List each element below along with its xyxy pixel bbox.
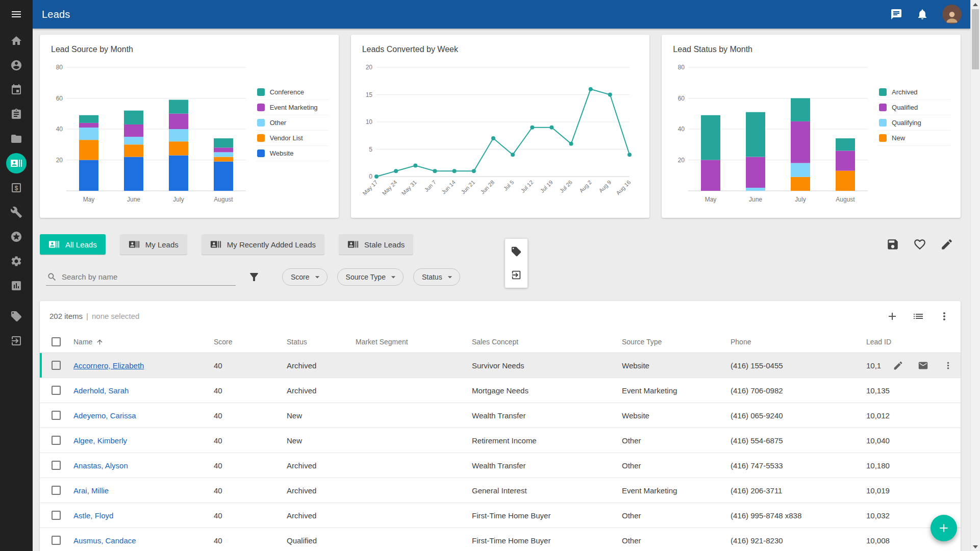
row-checkbox[interactable] [52, 536, 61, 545]
cell-source-type: Website [622, 361, 731, 370]
legend-label: Other [270, 119, 287, 127]
row-checkbox[interactable] [52, 511, 61, 520]
lead-name-link[interactable]: Algee, Kimberly [73, 436, 127, 445]
exit-tool-icon[interactable] [511, 269, 522, 281]
lead-name-link[interactable]: Astle, Floyd [73, 511, 113, 520]
column-header-sales-concept[interactable]: Sales Concept [472, 338, 622, 346]
vertical-scrollbar[interactable] [970, 0, 980, 551]
lead-name-link[interactable]: Ausmus, Candace [73, 536, 136, 545]
filter-funnel-icon[interactable] [248, 271, 260, 283]
sidebar-item-tools[interactable] [6, 202, 27, 222]
column-header-phone[interactable]: Phone [731, 338, 866, 346]
list-view-icon[interactable] [912, 310, 924, 322]
cell-sales-concept: Wealth Transfer [472, 461, 622, 470]
add-lead-fab[interactable] [931, 515, 957, 541]
sidebar-item-exit[interactable] [6, 331, 27, 351]
scroll-up-arrow[interactable] [971, 0, 980, 9]
table-row-astle-floyd[interactable]: Astle, Floyd40ArchivedFirst-Time Home Bu… [40, 503, 961, 528]
plus-icon [937, 521, 950, 535]
cell-sales-concept: First-Time Home Buyer [472, 536, 622, 545]
row-checkbox[interactable] [52, 436, 61, 445]
sidebar-item-documents[interactable] [6, 129, 27, 149]
sidebar-item-home[interactable] [6, 31, 27, 51]
chart-card-lead-status-by-month: Lead Status by Month20406080MayJuneJulyA… [662, 35, 961, 218]
cell-sales-concept: Mortgage Needs [472, 386, 622, 395]
row-checkbox[interactable] [52, 486, 61, 495]
table-body: Accornero, Elizabeth40ArchivedSurvivor N… [40, 353, 961, 551]
scroll-down-arrow[interactable] [971, 542, 980, 551]
svg-text:Jun 14: Jun 14 [440, 179, 457, 195]
column-header-name[interactable]: Name [73, 338, 214, 346]
cell-sales-concept: First-Time Home Buyer [472, 511, 622, 520]
view-button-my-recently-added-leads[interactable]: My Recently Added Leads [202, 234, 324, 255]
lead-name-link[interactable]: Adeyemo, Carissa [73, 411, 136, 420]
table-topbar: 202 items | none selected [40, 301, 961, 331]
menu-button[interactable] [0, 0, 33, 29]
favorite-heart-icon[interactable] [913, 238, 926, 251]
row-checkbox-cell [40, 511, 73, 520]
filter-dropdown-status[interactable]: Status [413, 268, 460, 286]
filter-dropdown-score[interactable]: Score [282, 268, 328, 286]
table-row-algee-kimberly[interactable]: Algee, Kimberly40NewRetirement IncomeOth… [40, 428, 961, 453]
sidebar-item-reports[interactable] [6, 276, 27, 296]
sidebar-item-billing[interactable]: $ [6, 178, 27, 198]
table-row-accornero-elizabeth[interactable]: Accornero, Elizabeth40ArchivedSurvivor N… [40, 353, 961, 378]
table-row-arai-millie[interactable]: Arai, Millie40ArchivedGeneral InterestEv… [40, 478, 961, 503]
add-icon[interactable] [886, 310, 898, 322]
notifications-bell-icon[interactable] [916, 8, 928, 20]
chart-plot: 05101520May 17May 24May 31Jun 7Jun 14Jun… [361, 58, 639, 206]
sidebar-item-calendar[interactable] [6, 80, 27, 100]
save-view-icon[interactable] [886, 238, 899, 251]
app-root: $ Leads Lead Source by Month20406080MayJ… [0, 0, 980, 551]
row-checkbox[interactable] [52, 386, 61, 395]
edit-view-icon[interactable] [940, 238, 953, 251]
sidebar-item-tags[interactable] [6, 306, 27, 327]
row-more-icon[interactable] [943, 360, 953, 371]
view-button-label: Stale Leads [364, 240, 405, 249]
svg-text:June: June [749, 196, 762, 203]
more-options-icon[interactable] [938, 310, 950, 322]
sort-ascending-icon [96, 338, 104, 346]
lead-name-link[interactable]: Accornero, Elizabeth [73, 361, 144, 370]
cell-status: Archived [287, 486, 356, 495]
search-input[interactable] [62, 272, 235, 281]
sidebar-item-activities[interactable] [6, 104, 27, 124]
column-header-lead-id[interactable]: Lead ID [866, 338, 961, 346]
email-lead-icon[interactable] [918, 360, 928, 371]
tag-tool-icon[interactable] [511, 246, 522, 257]
table-row-anastas-alyson[interactable]: Anastas, Alyson40ArchivedWealth Transfer… [40, 453, 961, 478]
view-button-my-leads[interactable]: My Leads [120, 234, 187, 255]
column-header-score[interactable]: Score [214, 338, 287, 346]
lead-name-link[interactable]: Arai, Millie [73, 486, 109, 495]
lead-name-link[interactable]: Anastas, Alyson [73, 461, 128, 470]
column-header-market-segment[interactable]: Market Segment [356, 338, 472, 346]
user-avatar[interactable] [942, 5, 962, 24]
sidebar-item-contacts[interactable] [6, 55, 27, 76]
leads-icon [210, 239, 221, 250]
lead-name-link[interactable]: Aderhold, Sarah [73, 386, 129, 395]
filter-dropdown-source-type[interactable]: Source Type [337, 268, 404, 286]
column-header-status[interactable]: Status [287, 338, 356, 346]
column-header-label: Phone [731, 338, 751, 346]
cell-status: New [287, 411, 356, 420]
column-header-source-type[interactable]: Source Type [622, 338, 731, 346]
row-checkbox[interactable] [52, 461, 61, 470]
edit-lead-icon[interactable] [893, 360, 903, 371]
table-row-ausmus-candace[interactable]: Ausmus, Candace40QualifiedFirst-Time Hom… [40, 528, 961, 551]
view-button-all-leads[interactable]: All Leads [40, 234, 106, 255]
sidebar-item-leads[interactable] [6, 153, 27, 173]
scrollbar-thumb[interactable] [972, 9, 979, 69]
select-all-checkbox[interactable] [52, 337, 61, 346]
table-row-aderhold-sarah[interactable]: Aderhold, Sarah40ArchivedMortgage NeedsE… [40, 378, 961, 403]
sidebar-item-whats-new[interactable] [6, 227, 27, 247]
sidebar-item-settings[interactable] [6, 251, 27, 271]
column-header-label: Sales Concept [472, 338, 518, 346]
chat-icon[interactable] [890, 8, 902, 20]
table-row-adeyemo-carissa[interactable]: Adeyemo, Carissa40NewWealth TransferWebs… [40, 403, 961, 428]
row-checkbox[interactable] [52, 411, 61, 420]
view-button-stale-leads[interactable]: Stale Leads [339, 234, 413, 255]
header-checkbox-cell [40, 337, 73, 346]
row-checkbox[interactable] [52, 361, 61, 370]
chart-card-leads-converted-by-week: Leads Converted by Week05101520May 17May… [351, 35, 650, 218]
cell-score: 40 [214, 386, 287, 395]
